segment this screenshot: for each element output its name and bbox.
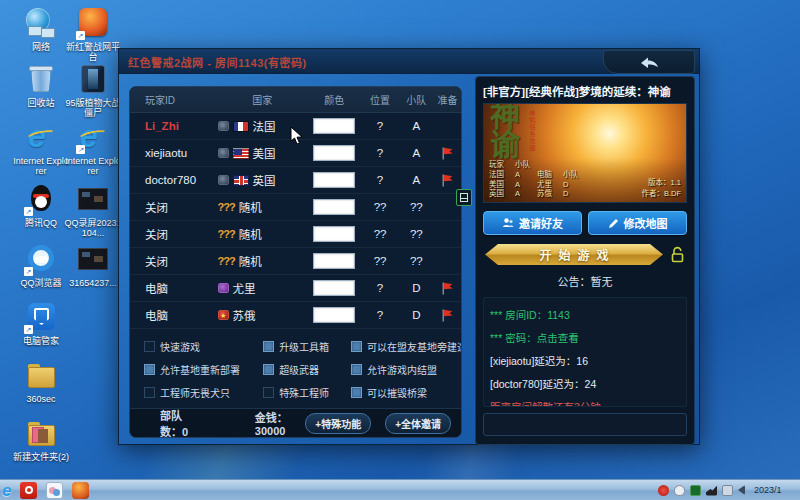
player-row[interactable]: 关闭 ??? 随机 ?? ?? (130, 221, 461, 248)
map-author: 作者：B.DF (641, 189, 681, 200)
color-swatch[interactable] (307, 172, 362, 188)
pc-manager-shield-icon: ↗ (24, 302, 58, 334)
checkbox-destroy-bridges[interactable] (351, 387, 362, 398)
map-preview-image[interactable]: 神谕 单机任务地图 玩家小队 法国A电脑小队 美国A尤里D 英国A苏俄D 版本：… (483, 103, 687, 203)
player-row[interactable]: Li_Zhi 法国 ? A (130, 113, 461, 140)
team-value[interactable]: ?? (398, 255, 434, 267)
unlocked-padlock-icon[interactable] (670, 246, 685, 263)
country-cell[interactable]: ??? 随机 (218, 226, 307, 242)
desktop-icon-network[interactable]: 网络 (12, 8, 70, 52)
ready-cell (434, 173, 461, 188)
desktop-icon-ie-2[interactable]: e↗ Internet Explorer (64, 122, 122, 177)
player-name: doctor780 (130, 174, 218, 186)
chat-message-password-link[interactable]: *** 密码：点击查看 (490, 327, 680, 350)
tray-volume-icon[interactable] (738, 485, 745, 495)
team-value[interactable]: A (398, 174, 434, 186)
player-row[interactable]: 电脑 尤里 ? D (130, 275, 461, 302)
checkbox-quick-game[interactable] (144, 341, 155, 352)
checkbox-crates[interactable] (263, 341, 274, 352)
team-value[interactable]: D (398, 309, 434, 321)
desktop-icon-360-folder[interactable]: 360sec (12, 360, 70, 404)
checkbox-ingame-alliance[interactable] (351, 364, 362, 375)
checkbox-build-near-allies[interactable] (351, 341, 362, 352)
checkbox-mcv-redeploy[interactable] (144, 364, 155, 375)
desktop-icon-qq[interactable]: ↗ 腾讯QQ (12, 184, 70, 228)
start-game-button[interactable]: 开始游戏 (485, 244, 663, 265)
tray-qq-icon[interactable] (674, 485, 685, 496)
invite-all-button[interactable]: +全体邀请 (385, 413, 451, 434)
position-value[interactable]: ?? (362, 255, 399, 267)
country-cell[interactable]: 英国 (218, 172, 307, 188)
color-swatch[interactable] (307, 280, 362, 296)
player-row[interactable]: xiejiaotu 美国 ? A (130, 140, 461, 167)
exit-room-button[interactable] (603, 50, 695, 74)
position-value[interactable]: ? (362, 174, 399, 186)
yuri-faction-icon (218, 283, 229, 293)
color-swatch[interactable] (307, 253, 362, 269)
invite-friend-button[interactable]: 邀请好友 (483, 211, 582, 235)
ready-cell (434, 308, 461, 323)
special-features-button[interactable]: +特殊功能 (305, 413, 371, 434)
position-value[interactable]: ? (362, 147, 399, 159)
tray-screen-icon[interactable] (690, 485, 701, 496)
country-cell[interactable]: ??? 随机 (218, 199, 307, 215)
panel-collapse-toggle[interactable] (456, 189, 472, 206)
country-cell[interactable]: ??? 随机 (218, 253, 307, 269)
chat-input[interactable] (483, 413, 687, 436)
header-ready: 准备 (434, 92, 461, 107)
player-row[interactable]: 关闭 ??? 随机 ?? ?? (130, 194, 461, 221)
team-value[interactable]: D (398, 282, 434, 294)
color-swatch[interactable] (307, 118, 362, 134)
ready-cell (434, 281, 461, 296)
desktop-icon-qq-recording[interactable]: QQ录屏20231104... (64, 184, 122, 239)
country-cell[interactable]: ★ 苏俄 (218, 307, 307, 323)
player-row[interactable]: 关闭 ??? 随机 ?? ?? (130, 248, 461, 275)
edit-map-button[interactable]: 修改地图 (588, 211, 687, 235)
desktop-icon-pc-manager[interactable]: ↗ 电脑管家 (12, 302, 70, 346)
taskbar-clock[interactable]: 2023/1 (754, 485, 800, 495)
country-cell[interactable]: 法国 (218, 118, 307, 134)
icon-label: QQ录屏20231104... (64, 218, 122, 239)
allied-faction-icon (218, 121, 229, 131)
chat-message-log[interactable]: *** 房间ID：1143 *** 密码：点击查看 [xiejiaotu]延迟为… (483, 297, 687, 407)
team-value[interactable]: ?? (398, 201, 434, 213)
team-value[interactable]: ?? (398, 228, 434, 240)
desktop-icon-red-alert-platform[interactable]: ↗ 新红警战网平台 (64, 8, 122, 63)
desktop-icon-recycle-bin[interactable]: 回收站 (12, 64, 70, 108)
checkbox-engineer-fearless[interactable] (144, 387, 155, 398)
position-value[interactable]: ?? (362, 201, 399, 213)
taskbar-faces-app-icon[interactable] (46, 482, 63, 499)
team-value[interactable]: A (398, 120, 434, 132)
team-value[interactable]: A (398, 147, 434, 159)
taskbar-ie-icon[interactable]: e (2, 482, 11, 499)
map-subtitle-text: 单机任务地图 (528, 110, 537, 152)
color-swatch[interactable] (307, 145, 362, 161)
desktop-icon-new-folder[interactable]: 新建文件夹(2) (12, 418, 70, 462)
position-value[interactable]: ? (362, 120, 399, 132)
desktop-icon-ie-1[interactable]: e Internet Explorer (12, 122, 70, 177)
taskbar-red-alert-icon[interactable] (72, 482, 89, 499)
desktop-icon-pvz-folder[interactable]: 95版植物大战僵尸 (64, 64, 122, 119)
header-color: 颜色 (307, 92, 362, 107)
desktop-icon-qq-browser[interactable]: ↗ QQ浏览器 (12, 244, 70, 288)
country-cell[interactable]: 美国 (218, 145, 307, 161)
desktop-icon-image-file[interactable]: 31654237... (64, 244, 122, 288)
icon-label: Internet Explorer (64, 156, 122, 177)
checkbox-special-engineer[interactable] (263, 387, 274, 398)
color-swatch[interactable] (307, 307, 362, 323)
position-value[interactable]: ? (362, 282, 399, 294)
color-swatch[interactable] (307, 199, 362, 215)
slot-state: 关闭 (130, 226, 218, 242)
position-value[interactable]: ?? (362, 228, 399, 240)
taskbar-red-o-app-icon[interactable] (20, 482, 37, 499)
checkbox-superweapons[interactable] (263, 364, 274, 375)
icon-label: 网络 (12, 42, 70, 52)
player-row[interactable]: 电脑 ★ 苏俄 ? D (130, 302, 461, 329)
color-swatch[interactable] (307, 226, 362, 242)
player-row[interactable]: doctor780 英国 ? A (130, 167, 461, 194)
country-cell[interactable]: 尤里 (218, 280, 307, 296)
tray-network-icon[interactable] (722, 485, 733, 496)
position-value[interactable]: ? (362, 309, 399, 321)
tray-app-icon[interactable] (706, 485, 717, 496)
tray-red-icon[interactable] (658, 485, 669, 496)
